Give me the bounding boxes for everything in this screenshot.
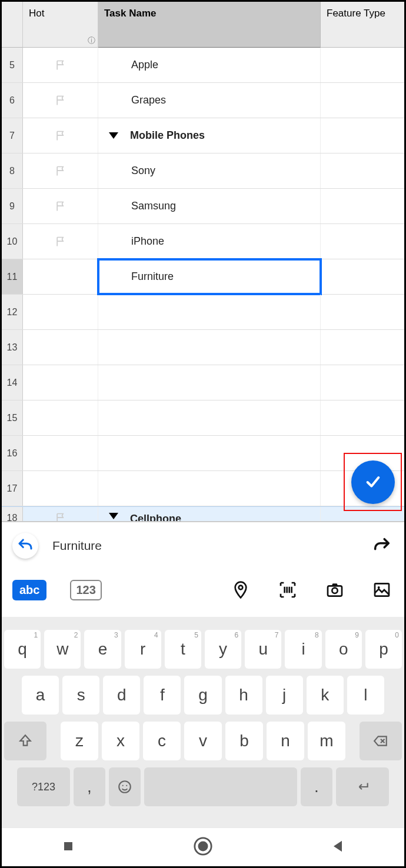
back-button[interactable] [330, 838, 346, 857]
cell-hot[interactable] [23, 118, 98, 153]
shift-key[interactable] [4, 722, 46, 760]
key-f[interactable]: f [144, 676, 181, 715]
recent-apps-button[interactable] [60, 838, 76, 857]
undo-button[interactable] [12, 533, 38, 559]
camera-icon[interactable] [323, 578, 347, 602]
cell-task[interactable] [98, 471, 321, 506]
row-number[interactable]: 16 [2, 436, 23, 470]
row-number[interactable]: 10 [2, 224, 23, 259]
row-number[interactable]: 15 [2, 400, 23, 435]
key-p[interactable]: p0 [365, 630, 402, 669]
backspace-key[interactable] [360, 722, 402, 760]
location-icon[interactable] [229, 578, 252, 602]
cell-task[interactable] [98, 436, 321, 470]
symbols-key[interactable]: ?123 [17, 767, 70, 806]
header-corner[interactable] [2, 2, 23, 48]
cell-task[interactable]: Mobile Phones [98, 118, 321, 153]
key-u[interactable]: u7 [245, 630, 281, 669]
cell-feature[interactable] [321, 259, 404, 294]
cell-hot[interactable] [23, 48, 98, 82]
row-number[interactable]: 14 [2, 365, 23, 400]
cell-hot[interactable] [23, 330, 98, 365]
cell-feature[interactable] [321, 83, 404, 118]
cell-hot[interactable] [23, 83, 98, 118]
key-z[interactable]: z [61, 722, 98, 760]
cell-task[interactable] [98, 295, 321, 329]
cell-task[interactable]: iPhone [98, 224, 321, 259]
key-h[interactable]: h [225, 676, 262, 715]
barcode-icon[interactable] [276, 578, 299, 602]
cell-feature[interactable] [321, 295, 404, 329]
key-q[interactable]: q1 [4, 630, 41, 669]
cell-hot[interactable] [23, 224, 98, 259]
key-v[interactable]: v [184, 722, 222, 760]
cell-task[interactable] [98, 330, 321, 365]
key-o[interactable]: o9 [325, 630, 362, 669]
row-number[interactable]: 5 [2, 48, 23, 82]
key-n[interactable]: n [267, 722, 304, 760]
key-t[interactable]: t5 [165, 630, 201, 669]
row-number[interactable]: 12 [2, 295, 23, 329]
key-a[interactable]: a [22, 676, 59, 715]
home-button[interactable] [193, 836, 213, 859]
row-number[interactable]: 7 [2, 118, 23, 153]
mode-abc-button[interactable]: abc [12, 580, 46, 600]
cell-hot[interactable] [23, 189, 98, 223]
key-k[interactable]: k [307, 676, 344, 715]
key-y[interactable]: y6 [205, 630, 241, 669]
key-g[interactable]: g [184, 676, 221, 715]
cell-hot[interactable] [23, 259, 98, 294]
cell-feature[interactable] [321, 118, 404, 153]
cell-hot[interactable] [23, 365, 98, 400]
key-m[interactable]: m [308, 722, 345, 760]
cell-feature[interactable] [321, 365, 404, 400]
cell-feature[interactable] [321, 48, 404, 82]
period-key[interactable]: . [301, 767, 332, 806]
key-d[interactable]: d [103, 676, 140, 715]
cell-task[interactable]: Samsung [98, 189, 321, 223]
key-c[interactable]: c [143, 722, 181, 760]
row-number[interactable]: 6 [2, 83, 23, 118]
key-r[interactable]: r4 [125, 630, 161, 669]
cell-hot[interactable] [23, 471, 98, 506]
cell-task[interactable]: Apple [98, 48, 321, 82]
column-header-feature[interactable]: Feature Type [321, 2, 404, 48]
cell-task[interactable] [98, 400, 321, 435]
cell-task[interactable]: Sony [98, 153, 321, 188]
cell-input-text[interactable]: Furniture [52, 539, 102, 553]
cell-hot[interactable] [23, 400, 98, 435]
row-number[interactable]: 13 [2, 330, 23, 365]
cell-task[interactable]: Grapes [98, 83, 321, 118]
key-w[interactable]: w2 [44, 630, 81, 669]
key-e[interactable]: e3 [84, 630, 121, 669]
space-key[interactable] [144, 767, 297, 806]
redo-button[interactable] [370, 534, 394, 557]
enter-key[interactable] [336, 767, 389, 806]
confirm-button[interactable] [351, 460, 395, 504]
row-number[interactable]: 17 [2, 471, 23, 506]
cell-task[interactable] [98, 365, 321, 400]
cell-feature[interactable] [321, 224, 404, 259]
cell-feature[interactable] [321, 153, 404, 188]
column-header-task[interactable]: Task Name [98, 2, 321, 48]
cell-feature[interactable] [321, 330, 404, 365]
cell-hot[interactable] [23, 436, 98, 470]
row-number[interactable]: 9 [2, 189, 23, 223]
cell-feature[interactable] [321, 400, 404, 435]
image-icon[interactable] [370, 578, 394, 602]
comma-key[interactable]: , [74, 767, 105, 806]
cell-hot[interactable] [23, 153, 98, 188]
key-b[interactable]: b [225, 722, 263, 760]
emoji-key[interactable] [109, 767, 141, 806]
key-x[interactable]: x [102, 722, 139, 760]
key-j[interactable]: j [266, 676, 303, 715]
key-l[interactable]: l [347, 676, 384, 715]
key-i[interactable]: i8 [285, 630, 321, 669]
row-number[interactable]: 8 [2, 153, 23, 188]
row-number[interactable]: 11 [2, 259, 23, 294]
cell-task[interactable]: Furniture [98, 259, 321, 294]
column-header-hot[interactable]: Hot ⓘ [23, 2, 98, 48]
cell-hot[interactable] [23, 295, 98, 329]
cell-feature[interactable] [321, 189, 404, 223]
mode-123-button[interactable]: 123 [70, 580, 101, 600]
